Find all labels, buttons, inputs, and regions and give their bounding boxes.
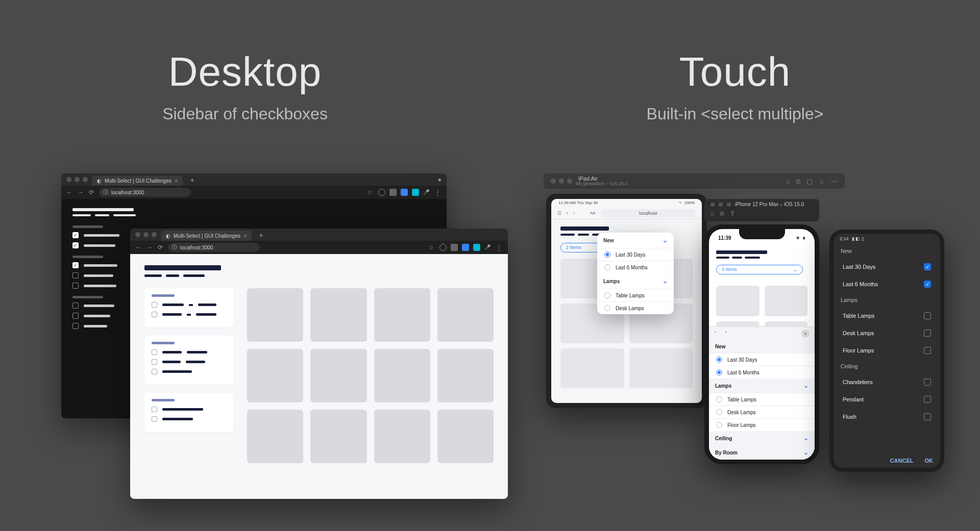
extension-icon[interactable]	[401, 189, 408, 196]
radio-icon[interactable]	[604, 292, 610, 298]
forward-icon[interactable]: ›	[573, 211, 575, 216]
url-field[interactable]: localhost	[601, 209, 696, 217]
optgroup-header[interactable]: By Room⌄	[709, 445, 815, 460]
option-row[interactable]: Floor Lamps	[834, 342, 940, 359]
checkbox-row[interactable]	[152, 312, 227, 317]
result-tile[interactable]	[629, 348, 693, 388]
option-row[interactable]: Desk Lamps	[709, 406, 815, 418]
checkbox-icon[interactable]	[152, 302, 157, 308]
menu-icon[interactable]	[434, 189, 442, 196]
checkbox-row[interactable]	[72, 262, 134, 268]
checkbox-icon[interactable]	[924, 312, 931, 319]
select-sheet[interactable]: ˄ ˅ × NewLast 30 DaysLast 6 MonthsLamps⌄…	[709, 326, 815, 460]
result-tile[interactable]	[247, 288, 303, 342]
option-row[interactable]: Desk Lamps	[834, 324, 940, 342]
option-row[interactable]: Last 30 Days	[834, 258, 940, 275]
option-row[interactable]: Last 6 Months	[709, 366, 815, 378]
option-row[interactable]: Desk Lamps	[597, 301, 674, 314]
url-field[interactable]: ⓘ localhost:3000	[168, 243, 260, 252]
bookmark-icon[interactable]	[428, 244, 435, 251]
checkbox-icon[interactable]	[924, 281, 931, 288]
optgroup-header[interactable]: New	[709, 340, 815, 353]
checkbox-icon[interactable]	[152, 349, 157, 355]
result-tile[interactable]	[374, 410, 430, 463]
ok-button[interactable]: OK	[925, 458, 934, 464]
site-info-icon[interactable]: ⓘ	[103, 189, 108, 196]
rotate-icon[interactable]: ▢	[806, 178, 813, 185]
url-field[interactable]: ⓘ localhost:3000	[99, 188, 191, 197]
optgroup-header[interactable]: Ceiling⌄	[709, 431, 815, 445]
extension-icon[interactable]	[473, 244, 480, 251]
checkbox-icon[interactable]	[72, 232, 79, 238]
checkbox-row[interactable]	[152, 416, 227, 422]
radio-icon[interactable]	[604, 264, 610, 270]
checkbox-icon[interactable]	[152, 407, 157, 412]
sidebar-icon[interactable]: ☰	[557, 211, 561, 216]
checkbox-row[interactable]	[72, 272, 134, 279]
result-tile[interactable]	[437, 288, 494, 342]
radio-icon[interactable]	[604, 251, 610, 258]
checkbox-icon[interactable]	[924, 396, 931, 403]
checkbox-icon[interactable]	[924, 413, 931, 420]
window-close-icon[interactable]: ●	[438, 176, 442, 183]
checkbox-icon[interactable]	[152, 416, 157, 422]
checkbox-icon[interactable]	[72, 283, 79, 289]
share-icon[interactable]: ⇪	[730, 210, 735, 217]
result-tile[interactable]	[247, 410, 303, 463]
optgroup-header[interactable]: Lamps⌄	[597, 273, 674, 289]
option-row[interactable]: Table Lamps	[834, 307, 940, 324]
extension-icon[interactable]	[462, 244, 469, 251]
radio-icon[interactable]	[604, 305, 610, 311]
checkbox-icon[interactable]	[152, 312, 157, 317]
reload-icon[interactable]: ⟳	[158, 244, 163, 251]
checkbox-icon[interactable]	[72, 262, 79, 268]
select-dialog[interactable]: NewLast 30 DaysLast 6 MonthsLampsTable L…	[834, 244, 940, 425]
browser-tab[interactable]: ◐ Multi-Select | GUI Challenges ×	[161, 231, 252, 241]
result-tile[interactable]	[560, 348, 624, 388]
checkbox-icon[interactable]	[152, 369, 157, 374]
result-tile[interactable]	[437, 349, 494, 402]
checkbox-row[interactable]	[72, 323, 134, 329]
checkbox-icon[interactable]	[72, 242, 79, 248]
radio-icon[interactable]	[716, 422, 722, 428]
checkbox-row[interactable]	[72, 302, 134, 309]
mic-icon[interactable]	[423, 189, 430, 196]
back-icon[interactable]: ←	[66, 189, 72, 196]
checkbox-row[interactable]	[72, 283, 134, 289]
checkbox-icon[interactable]	[924, 263, 931, 270]
back-icon[interactable]: ‹	[567, 211, 568, 216]
cancel-button[interactable]: CANCEL	[890, 458, 914, 464]
option-row[interactable]: Last 30 Days	[709, 353, 815, 366]
forward-icon[interactable]: →	[146, 244, 153, 251]
checkbox-icon[interactable]	[924, 378, 931, 386]
checkbox-row[interactable]	[152, 359, 227, 365]
close-tab-icon[interactable]: ×	[243, 233, 247, 239]
option-row[interactable]: Floor Lamps	[709, 418, 815, 431]
option-row[interactable]: Pendant	[834, 391, 940, 408]
browser-tab[interactable]: ◐ Multi-Select | GUI Challenges ×	[92, 175, 183, 186]
bookmark-icon[interactable]	[367, 189, 374, 196]
option-row[interactable]: Flush	[834, 408, 940, 425]
checkbox-row[interactable]	[152, 349, 227, 355]
extension-icon[interactable]	[412, 189, 419, 196]
result-tile[interactable]	[247, 349, 303, 402]
checkbox-icon[interactable]	[924, 347, 931, 354]
home-icon[interactable]: ⌂	[786, 178, 790, 185]
radio-icon[interactable]	[716, 396, 722, 402]
result-tile[interactable]	[765, 286, 808, 316]
close-tab-icon[interactable]: ×	[175, 178, 178, 184]
screenshot-icon[interactable]: ⎚	[720, 210, 724, 217]
result-tile[interactable]	[310, 288, 366, 342]
home-icon[interactable]: ⌂	[710, 210, 714, 217]
radio-icon[interactable]	[716, 369, 722, 375]
extensions-icon[interactable]	[389, 189, 397, 196]
option-row[interactable]: Last 6 Months	[834, 275, 940, 293]
checkbox-icon[interactable]	[924, 330, 931, 337]
window-controls[interactable]	[551, 179, 572, 184]
checkbox-row[interactable]	[152, 302, 227, 308]
option-row[interactable]: Table Lamps	[597, 289, 674, 301]
window-controls[interactable]	[135, 232, 157, 237]
checkbox-icon[interactable]	[72, 302, 79, 309]
checkbox-icon[interactable]	[72, 323, 79, 329]
select-pill[interactable]: 3 Items	[716, 265, 803, 274]
